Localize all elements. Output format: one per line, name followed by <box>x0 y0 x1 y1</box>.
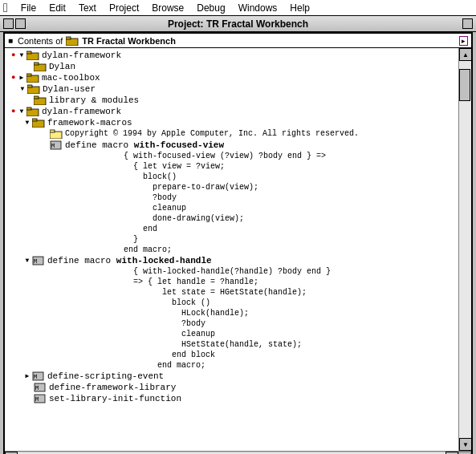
folder-icon <box>66 36 79 46</box>
menu-windows[interactable]: Windows <box>232 1 284 15</box>
menu-text[interactable]: Text <box>72 1 103 15</box>
zoom-button[interactable] <box>462 18 473 29</box>
project-name: TR Fractal Workbench <box>82 36 176 46</box>
macro-icon: M <box>34 383 47 392</box>
scroll-up-button[interactable]: ▲ <box>459 48 471 61</box>
code-line: end macro; <box>5 245 458 255</box>
menu-edit[interactable]: Edit <box>43 1 72 15</box>
svg-rect-15 <box>32 119 37 121</box>
code-line: end <box>5 224 458 234</box>
macro-icon: M <box>50 140 63 150</box>
code-line: HSetState(handle, state); <box>5 339 458 350</box>
menu-debug[interactable]: Debug <box>190 1 231 15</box>
svg-text:M: M <box>35 385 39 391</box>
macro-icon: M <box>34 394 47 403</box>
svg-text:M: M <box>34 258 37 265</box>
scroll-track[interactable] <box>459 61 471 438</box>
menu-file[interactable]: File <box>14 1 43 15</box>
scroll-thumb[interactable] <box>459 69 470 101</box>
minimize-button[interactable] <box>15 18 26 29</box>
resize-corner <box>458 452 471 455</box>
titlebar-buttons <box>3 18 26 29</box>
list-item[interactable]: Dylan <box>5 61 458 72</box>
tree-content[interactable]: ● ▼ dylan-framework Dylan ● ▶ mac-toolbo… <box>5 48 458 451</box>
menu-browse[interactable]: Browse <box>145 1 190 15</box>
list-item[interactable]: ▼ Dylan-user <box>5 83 458 95</box>
list-item[interactable]: Copyright © 1994 by Apple Computer, Inc.… <box>5 128 458 140</box>
scroll-right-button[interactable]: ▶ <box>445 452 458 455</box>
svg-rect-5 <box>34 63 39 65</box>
list-item[interactable]: ● ▶ mac-toolbox <box>5 72 458 83</box>
code-block: { with-focused-view (?view) ?body end } … <box>5 151 458 161</box>
list-item[interactable]: ▼ framework-macros <box>5 117 458 128</box>
menu-help[interactable]: Help <box>283 1 316 15</box>
folder-icon <box>26 51 39 60</box>
folder-icon <box>34 62 47 71</box>
horizontal-scrollbar: ◀ ▶ <box>5 451 471 454</box>
macro-icon: M <box>32 371 45 381</box>
code-line: done-drawing(view); <box>5 213 458 224</box>
svg-rect-17 <box>50 130 55 132</box>
folder-icon <box>32 118 45 128</box>
list-item[interactable]: ● ▼ dylan-framework <box>5 50 458 61</box>
list-item[interactable]: M define-framework-library <box>5 382 458 393</box>
list-item[interactable]: ● ▼ dylan-framework <box>5 106 458 117</box>
code-line: ?body <box>5 193 458 203</box>
titlebar: Project: TR Fractal Workbench <box>0 16 476 32</box>
menubar:  File Edit Text Project Browse Debug Wi… <box>0 0 476 16</box>
folder-icon <box>26 107 39 116</box>
apple-menu-icon[interactable]:  <box>3 1 8 15</box>
code-line: } <box>5 234 458 245</box>
menu-project[interactable]: Project <box>103 1 145 15</box>
item-label: Dylan <box>49 61 75 72</box>
red-dot-icon: ● <box>11 50 18 61</box>
expand-triangle[interactable]: ▶ <box>18 75 25 81</box>
collapse-triangle[interactable]: ▼ <box>19 86 26 92</box>
svg-rect-13 <box>26 107 31 110</box>
collapse-triangle[interactable]: ▼ <box>24 257 31 264</box>
scroll-down-button[interactable]: ▼ <box>459 438 471 451</box>
code-line: => { let handle = ?handle; <box>5 277 458 287</box>
red-dot-icon: ● <box>11 106 18 117</box>
svg-rect-9 <box>27 85 32 87</box>
item-label: define macro with-focused-view <box>65 140 224 151</box>
list-item[interactable]: library & modules <box>5 95 458 106</box>
list-item[interactable]: M define macro with-focused-view <box>5 140 458 151</box>
svg-rect-3 <box>26 51 31 54</box>
scroll-left-button[interactable]: ◀ <box>5 452 18 455</box>
code-line: let state = HGetState(handle); <box>5 287 458 298</box>
code-line: HLock(handle); <box>5 308 458 318</box>
code-line: block() <box>5 172 458 182</box>
svg-rect-7 <box>26 74 31 76</box>
svg-rect-11 <box>34 96 39 99</box>
macro-icon: M <box>32 256 45 266</box>
folder-icon <box>26 73 39 83</box>
item-label: mac-toolbox <box>42 72 100 83</box>
collapse-triangle[interactable]: ▼ <box>18 52 25 59</box>
red-dot-icon: ● <box>11 72 18 83</box>
collapse-triangle[interactable]: ▼ <box>18 108 25 115</box>
close-button[interactable] <box>3 18 14 29</box>
open-folder-icon <box>50 129 63 139</box>
collapse-icon[interactable]: ▸ <box>459 36 468 46</box>
code-line: end macro; <box>5 360 458 371</box>
list-item[interactable]: ▼ M define macro with-locked-handle <box>5 255 458 266</box>
item-label: define-scripting-event <box>47 371 164 382</box>
code-line: { let view = ?view; <box>5 161 458 172</box>
svg-rect-1 <box>66 37 71 39</box>
list-item[interactable]: M set-library-init-function <box>5 393 458 404</box>
code-line: cleanup <box>5 203 458 213</box>
svg-text:M: M <box>34 374 37 380</box>
collapse-triangle[interactable]: ▼ <box>24 120 31 126</box>
window-header: ■ Contents of TR Fractal Workbench ▸ <box>5 34 471 48</box>
item-label: define macro with-locked-handle <box>47 255 212 266</box>
folder-icon <box>27 84 40 94</box>
expand-triangle[interactable]: ▶ <box>24 373 31 379</box>
svg-text:M: M <box>51 143 55 149</box>
code-line: end block <box>5 350 458 360</box>
code-line: { with-locked-handle(?handle) ?body end … <box>5 266 458 277</box>
code-line: block () <box>5 298 458 308</box>
item-label: Dylan-user <box>43 83 96 95</box>
content-area: ● ▼ dylan-framework Dylan ● ▶ mac-toolbo… <box>5 48 471 451</box>
list-item[interactable]: ▶ M define-scripting-event <box>5 371 458 382</box>
